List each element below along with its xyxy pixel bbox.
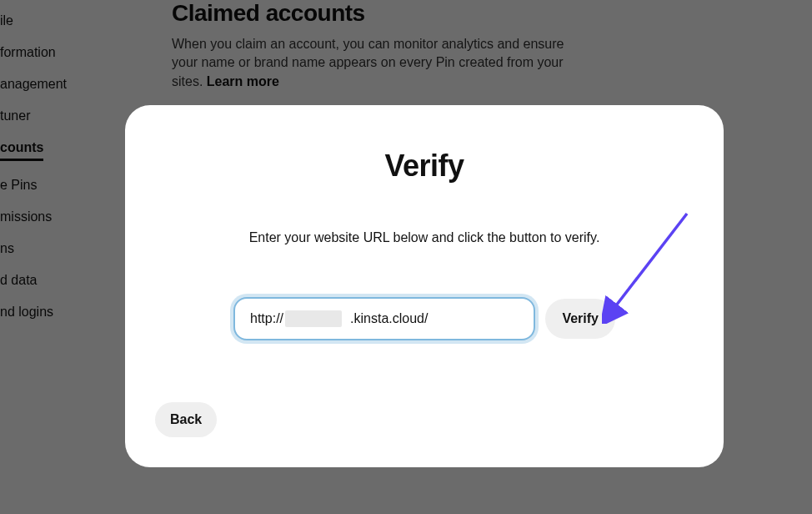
verify-button[interactable]: Verify: [545, 299, 615, 339]
website-url-input[interactable]: [233, 297, 535, 340]
modal-description: Enter your website URL below and click t…: [157, 230, 692, 245]
verify-input-row: Verify: [157, 297, 692, 340]
modal-title: Verify: [157, 149, 692, 184]
redacted-segment: [285, 310, 342, 327]
back-button[interactable]: Back: [155, 402, 217, 437]
url-input-wrapper: [233, 297, 535, 340]
verify-modal: Verify Enter your website URL below and …: [125, 105, 724, 467]
